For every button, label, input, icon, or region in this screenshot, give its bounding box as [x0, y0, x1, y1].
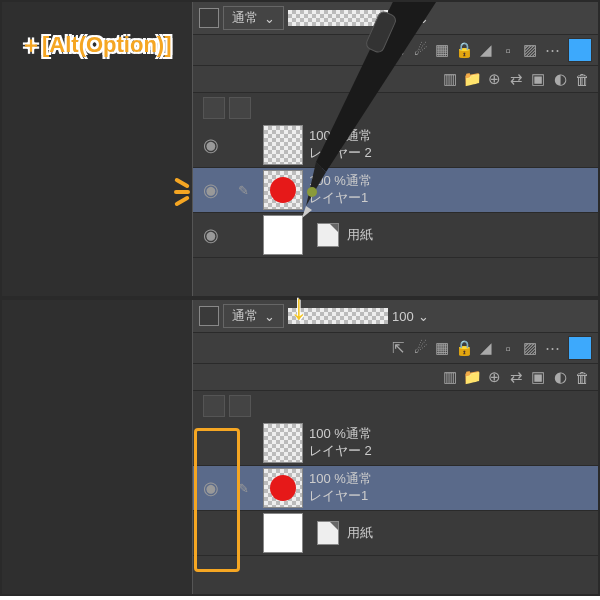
transfer-icon[interactable]: ⇄: [506, 69, 526, 89]
tab-2[interactable]: [229, 97, 251, 119]
layer-thumbnail: [263, 423, 303, 463]
layer-row-selected[interactable]: ◉ ✎ 100 %通常 レイヤー1: [193, 168, 598, 213]
layer-opacity-label: 100 %通常: [309, 426, 372, 443]
chevron-down-icon[interactable]: ⌄: [418, 309, 429, 324]
edit-icon[interactable]: ✎: [229, 183, 257, 198]
ref-icon[interactable]: ☄: [410, 40, 430, 60]
layer-name: 用紙: [347, 227, 373, 244]
layer-name: レイヤー1: [309, 190, 372, 207]
mask2-icon[interactable]: ◐: [550, 367, 570, 387]
before-panel: 通常 ⌄ 100 ⌄ ⇱ ☄ ▦ 🔒 ◢ ▫ ▨ ⋯ ▥ 📁 ⊕ ⇄ ▣ ◐ 🗑: [2, 2, 598, 296]
panel-tabs: [193, 93, 598, 123]
layer-toolbar-icons: ⇱ ☄ ▦ 🔒 ◢ ▫ ▨ ⋯: [193, 35, 598, 66]
paper-icon: [317, 521, 339, 545]
layercolor-icon[interactable]: ▫: [498, 40, 518, 60]
canvas-area: [2, 300, 193, 594]
effect-icon[interactable]: ▨: [520, 338, 540, 358]
layer-toolbar-top: 通常 ⌄ 100 ⌄: [193, 2, 598, 35]
pin-icon[interactable]: ⇱: [388, 338, 408, 358]
blend-mode-select[interactable]: 通常 ⌄: [223, 6, 284, 30]
layer-thumbnail: [263, 513, 303, 553]
transfer-icon[interactable]: ⇄: [506, 367, 526, 387]
blend-mode-label: 通常: [232, 307, 258, 325]
red-circle-icon: [270, 475, 296, 501]
visibility-icon[interactable]: ◉: [193, 179, 229, 201]
mask2-icon[interactable]: ◐: [550, 69, 570, 89]
ref-icon[interactable]: ☄: [410, 338, 430, 358]
delete-icon[interactable]: 🗑: [572, 69, 592, 89]
color-swatch[interactable]: [568, 38, 592, 62]
checkbox-icon[interactable]: [199, 306, 219, 326]
layer-row[interactable]: 用紙: [193, 511, 598, 556]
layer-row[interactable]: ◉ 用紙: [193, 213, 598, 258]
layer-thumbnail: [263, 170, 303, 210]
tab-1[interactable]: [203, 395, 225, 417]
layer-row[interactable]: ◉ 100 %通常 レイヤー 2: [193, 123, 598, 168]
new-layer-icon[interactable]: ▥: [440, 367, 460, 387]
sparkle-icon: [174, 176, 190, 208]
lock-icon[interactable]: 🔒: [454, 338, 474, 358]
new-folder-icon[interactable]: 📁: [462, 367, 482, 387]
opacity-value: 100: [392, 11, 414, 26]
layer-row[interactable]: 100 %通常 レイヤー 2: [193, 421, 598, 466]
chevron-down-icon: ⌄: [264, 11, 275, 26]
visibility-icon[interactable]: ◉: [193, 134, 229, 156]
new-layer-icon[interactable]: ▥: [440, 69, 460, 89]
tab-2[interactable]: [229, 395, 251, 417]
layer-name: レイヤー 2: [309, 443, 372, 460]
highlight-box: [194, 428, 240, 572]
add-icon[interactable]: ⊕: [484, 367, 504, 387]
add-icon[interactable]: ⊕: [484, 69, 504, 89]
layer-toolbar-top: 通常 ⌄ 100 ⌄: [193, 300, 598, 333]
dots-icon[interactable]: ⋯: [542, 40, 562, 60]
layer-opacity-label: 100 %通常: [309, 128, 372, 145]
merge-icon[interactable]: ▣: [528, 367, 548, 387]
ruler-icon[interactable]: ◢: [476, 338, 496, 358]
ruler-icon[interactable]: ◢: [476, 40, 496, 60]
tab-1[interactable]: [203, 97, 225, 119]
merge-icon[interactable]: ▣: [528, 69, 548, 89]
after-panel: 通常 ⌄ 100 ⌄ ⇱ ☄ ▦ 🔒 ◢ ▫ ▨ ⋯ ▥ 📁 ⊕ ⇄ ▣ ◐ 🗑: [2, 296, 598, 594]
new-folder-icon[interactable]: 📁: [462, 69, 482, 89]
delete-icon[interactable]: 🗑: [572, 367, 592, 387]
pin-icon[interactable]: ⇱: [388, 40, 408, 60]
blend-mode-select[interactable]: 通常 ⌄: [223, 304, 284, 328]
dots-icon[interactable]: ⋯: [542, 338, 562, 358]
layer-list: ◉ 100 %通常 レイヤー 2 ◉ ✎ 100 %通常 レイヤー1 ◉: [193, 123, 598, 296]
paper-icon: [317, 223, 339, 247]
layer-opacity-label: 100 %通常: [309, 471, 372, 488]
layer-name: レイヤー1: [309, 488, 372, 505]
visibility-icon[interactable]: ◉: [193, 224, 229, 246]
mask-icon[interactable]: ▦: [432, 338, 452, 358]
layer-opacity-label: 100 %通常: [309, 173, 372, 190]
hotkey-annotation: ＋[Alt(Option)]: [20, 30, 172, 60]
opacity-value: 100: [392, 309, 414, 324]
layer-toolbar-3: ▥ 📁 ⊕ ⇄ ▣ ◐ 🗑: [193, 66, 598, 93]
red-circle-icon: [270, 177, 296, 203]
lock-icon[interactable]: 🔒: [454, 40, 474, 60]
color-swatch[interactable]: [568, 336, 592, 360]
layer-toolbar-3: ▥ 📁 ⊕ ⇄ ▣ ◐ 🗑: [193, 364, 598, 391]
arrow-down-icon: ↓: [290, 286, 308, 328]
chevron-down-icon[interactable]: ⌄: [418, 11, 429, 26]
mask-icon[interactable]: ▦: [432, 40, 452, 60]
layer-name: 用紙: [347, 525, 373, 542]
chevron-down-icon: ⌄: [264, 309, 275, 324]
layer-thumbnail: [263, 215, 303, 255]
opacity-slider[interactable]: [288, 10, 388, 26]
layer-toolbar-icons: ⇱ ☄ ▦ 🔒 ◢ ▫ ▨ ⋯: [193, 333, 598, 364]
layer-name: レイヤー 2: [309, 145, 372, 162]
effect-icon[interactable]: ▨: [520, 40, 540, 60]
layer-list: 100 %通常 レイヤー 2 ◉ ✎ 100 %通常 レイヤー1 用紙: [193, 421, 598, 594]
panel-tabs: [193, 391, 598, 421]
layer-thumbnail: [263, 468, 303, 508]
layer-row-selected[interactable]: ◉ ✎ 100 %通常 レイヤー1: [193, 466, 598, 511]
blend-mode-label: 通常: [232, 9, 258, 27]
checkbox-icon[interactable]: [199, 8, 219, 28]
layer-thumbnail: [263, 125, 303, 165]
layercolor-icon[interactable]: ▫: [498, 338, 518, 358]
